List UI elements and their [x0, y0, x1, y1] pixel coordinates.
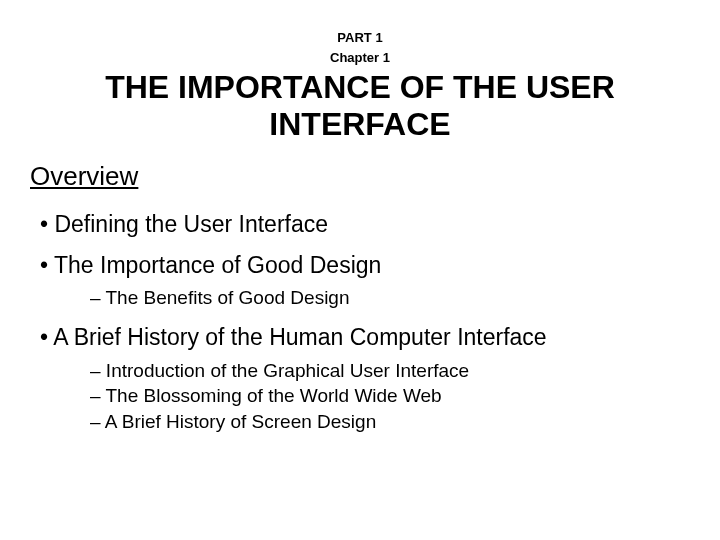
- overview-list: Defining the User Interface The Importan…: [40, 210, 690, 435]
- chapter-label: Chapter 1: [30, 50, 690, 66]
- part-label: PART 1: [30, 30, 690, 46]
- page-title: THE IMPORTANCE OF THE USER INTERFACE: [30, 69, 690, 143]
- list-item: The Importance of Good Design The Benefi…: [40, 251, 690, 311]
- sub-list: Introduction of the Graphical User Inter…: [90, 358, 690, 435]
- section-heading: Overview: [30, 161, 690, 192]
- list-item: A Brief History of the Human Computer In…: [40, 323, 690, 435]
- sub-list-item: The Benefits of Good Design: [90, 285, 690, 311]
- sub-list: The Benefits of Good Design: [90, 285, 690, 311]
- list-item: Defining the User Interface: [40, 210, 690, 239]
- list-item-text: The Importance of Good Design: [54, 252, 381, 278]
- sub-list-item: A Brief History of Screen Design: [90, 409, 690, 435]
- sub-list-item: The Blossoming of the World Wide Web: [90, 383, 690, 409]
- list-item-text: A Brief History of the Human Computer In…: [53, 324, 546, 350]
- list-item-text: Defining the User Interface: [54, 211, 328, 237]
- sub-list-item: Introduction of the Graphical User Inter…: [90, 358, 690, 384]
